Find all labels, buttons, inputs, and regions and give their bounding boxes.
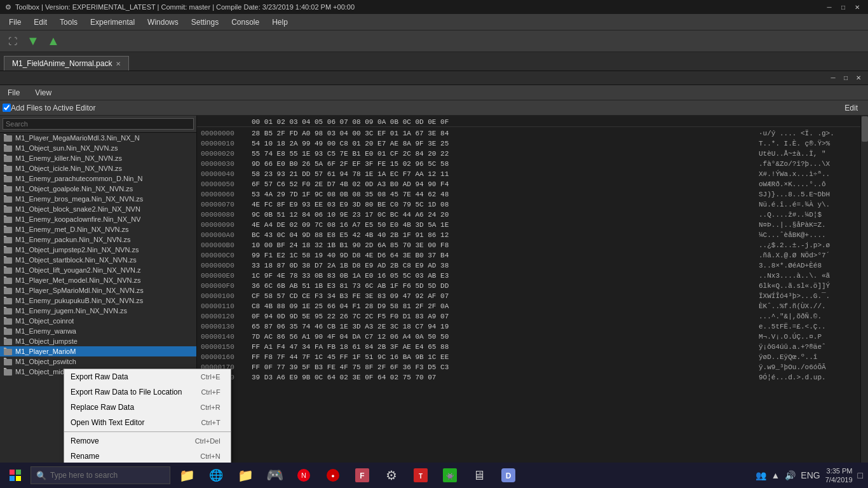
menu-tools[interactable]: Tools bbox=[53, 15, 84, 29]
file-icon bbox=[4, 195, 13, 203]
file-item[interactable]: M1_Object_icicle.Nin_NX_NVN.zs bbox=[0, 163, 196, 173]
taskbar-app-chrome[interactable]: 🌐 bbox=[202, 463, 230, 488]
file-item[interactable]: M1_Object_startblock.Nin_NX_NVN.zs bbox=[0, 255, 196, 265]
svg-rect-44 bbox=[4, 359, 12, 365]
start-button[interactable] bbox=[0, 463, 31, 488]
toolbar-btn-down[interactable]: ▼ bbox=[24, 32, 42, 50]
minimize-button[interactable]: ─ bbox=[824, 1, 835, 13]
menu-help[interactable]: Help bbox=[266, 15, 294, 29]
hex-scrollbar[interactable] bbox=[860, 116, 868, 463]
file-item[interactable]: M1_Player_MarioM bbox=[0, 346, 196, 356]
hex-bytes: CF 58 57 CD CE F3 34 B3 FE 3E 83 09 47 9… bbox=[248, 291, 759, 301]
file-item[interactable]: M1_Object_block_snake2.Nin_NX_NVN bbox=[0, 204, 196, 214]
hex-addr: 000000F0 bbox=[197, 281, 248, 291]
file-item[interactable]: M1_Enemy_met_D.Nin_NX_NVN.zs bbox=[0, 224, 196, 234]
file-item[interactable]: M1_Enemy_koopaclownfire.Nin_NX_NV bbox=[0, 214, 196, 224]
inner-close-button[interactable]: ✕ bbox=[853, 73, 864, 83]
menu-windows[interactable]: Windows bbox=[141, 15, 185, 29]
context-menu-item[interactable]: Open With Text EditorCtrl+T bbox=[64, 415, 231, 430]
context-menu-item[interactable]: RemoveCtrl+Del bbox=[64, 433, 231, 449]
taskbar-search-input[interactable] bbox=[50, 471, 165, 480]
wifi-icon[interactable]: ▲ bbox=[771, 470, 780, 480]
menu-settings[interactable]: Settings bbox=[185, 15, 225, 29]
file-item[interactable]: M1_Object_goalpole.Nin_NX_NVN.zs bbox=[0, 184, 196, 194]
taskbar-app-misc[interactable]: ⚙ bbox=[377, 463, 405, 488]
file-item[interactable]: M1_Player_SpMarioMdl.Nin_NX_NVN.zs bbox=[0, 285, 196, 295]
lang-icon[interactable]: ENG bbox=[801, 470, 820, 480]
file-item[interactable]: M1_Player_Met_model.Nin_NX_NVN.zs bbox=[0, 275, 196, 285]
inner-menu-file[interactable]: File bbox=[3, 87, 25, 98]
menu-experimental[interactable]: Experimental bbox=[84, 15, 141, 29]
hex-bytes: 33 18 87 0D 38 D7 2A 1B D8 E9 AD 2B C8 E… bbox=[248, 261, 759, 271]
file-item[interactable]: M1_Object_sun.Nin_NX_NVN.zs bbox=[0, 143, 196, 153]
file-item[interactable]: M1_Object_lift_yougan2.Nin_NX_NVN.z bbox=[0, 265, 196, 275]
add-files-label[interactable]: Add Files to Active Editor bbox=[11, 104, 95, 112]
hex-addr: 00000000 bbox=[197, 128, 248, 139]
taskbar-app-file[interactable]: 📁 bbox=[231, 463, 259, 488]
scrollbar-thumb[interactable] bbox=[862, 116, 868, 142]
context-menu-item[interactable]: Replace Raw DataCtrl+R bbox=[64, 400, 231, 415]
hex-row: 000000506F 57 C6 52 F0 2E D7 4B 02 0D A3… bbox=[197, 179, 860, 189]
context-menu-item[interactable]: Export Raw Data to File LocationCtrl+F bbox=[64, 384, 231, 400]
taskbar-app-green[interactable]: 👾 bbox=[436, 463, 464, 488]
taskbar-app-screen[interactable]: 🖥 bbox=[465, 463, 493, 488]
svg-rect-40 bbox=[4, 339, 12, 345]
svg-marker-13 bbox=[4, 195, 7, 196]
taskbar-app-game2[interactable]: N bbox=[290, 463, 318, 488]
file-item[interactable]: M1_Enemy_packun.Nin_NX_NVN.zs bbox=[0, 234, 196, 245]
svg-text:D: D bbox=[506, 471, 512, 480]
toolbar-btn-up[interactable]: ▲ bbox=[44, 32, 62, 50]
taskbar-app-toolbox[interactable]: T bbox=[407, 463, 435, 488]
taskbar-app-explorer[interactable]: 📁 bbox=[173, 463, 201, 488]
hex-row: 000000C099 F1 E2 1C 58 19 40 9D D8 4E D6… bbox=[197, 250, 860, 261]
svg-rect-38 bbox=[4, 329, 12, 335]
add-files-checkbox[interactable] bbox=[3, 104, 11, 112]
file-icon bbox=[4, 266, 13, 274]
network-icon[interactable]: 👥 bbox=[756, 470, 766, 480]
svg-marker-31 bbox=[4, 287, 7, 288]
context-menu-item[interactable]: Export Raw DataCtrl+E bbox=[64, 369, 231, 384]
context-menu-item[interactable]: RenameCtrl+N bbox=[64, 449, 231, 464]
maximize-button[interactable]: □ bbox=[837, 1, 849, 13]
context-menu-label: Remove bbox=[71, 437, 99, 445]
file-item[interactable]: M1_Object_coinrot bbox=[0, 316, 196, 326]
file-item[interactable]: M1_Player_MegaMarioMdl.3.Nin_NX_N bbox=[0, 133, 196, 143]
clock[interactable]: 3:35 PM 7/4/2019 bbox=[825, 466, 853, 485]
tab-close-icon[interactable]: ✕ bbox=[116, 60, 121, 67]
close-button[interactable]: ✕ bbox=[851, 1, 863, 13]
menu-edit[interactable]: Edit bbox=[27, 15, 53, 29]
inner-minimize-button[interactable]: ─ bbox=[827, 73, 839, 83]
file-item[interactable]: M1_Enemy_parachutecommon_D.Nin_N bbox=[0, 173, 196, 184]
file-item[interactable]: M1_Enemy_jugem.Nin_NX_NVN.zs bbox=[0, 306, 196, 316]
volume-icon[interactable]: 🔊 bbox=[785, 470, 796, 480]
hex-ascii: N¤Þ..|..§åPàK=Z. bbox=[759, 220, 860, 230]
hex-ascii: ¼C...ˆèåBK@+.... bbox=[759, 230, 860, 240]
search-input[interactable] bbox=[3, 118, 194, 130]
menu-file[interactable]: File bbox=[3, 15, 27, 29]
file-item[interactable]: M1_Enemy_bros_mega.Nin_NX_NVN.zs bbox=[0, 194, 196, 204]
inner-maximize-button[interactable]: □ bbox=[840, 73, 851, 83]
file-item[interactable]: M1_Object_pswitch bbox=[0, 356, 196, 367]
svg-rect-12 bbox=[4, 196, 12, 203]
file-item[interactable]: M1_Enemy_wanwa bbox=[0, 326, 196, 336]
hex-content[interactable]: 00 01 02 03 04 05 06 07 08 09 0A 0B 0C 0… bbox=[197, 116, 860, 463]
taskbar-app-switch[interactable]: 🎮 bbox=[261, 463, 288, 488]
file-item[interactable]: M1_Object_jumpstep2.Nin_NX_NVN.zs bbox=[0, 245, 196, 255]
context-menu-label: Export Raw Data bbox=[71, 372, 128, 381]
notification-icon[interactable]: □ bbox=[858, 470, 863, 480]
toolbar-btn-1[interactable]: ⛶ bbox=[4, 32, 22, 50]
svg-rect-16 bbox=[4, 217, 12, 223]
inner-menu-view[interactable]: View bbox=[30, 87, 57, 98]
svg-rect-0 bbox=[4, 135, 12, 142]
file-item[interactable]: M1_Enemy_pukupukuB.Nin_NX_NVN.zs bbox=[0, 295, 196, 306]
tab-pack[interactable]: M1_FieldAnime_Normal.pack ✕ bbox=[4, 56, 129, 71]
taskbar-app-red[interactable]: ● bbox=[319, 463, 347, 488]
taskbar-app-filezilla[interactable]: F bbox=[348, 463, 376, 488]
taskbar-app-discord[interactable]: D bbox=[494, 463, 522, 488]
file-item[interactable]: M1_Enemy_killer.Nin_NX_NVN.zs bbox=[0, 153, 196, 163]
hex-addr: 00000090 bbox=[197, 220, 248, 230]
file-item[interactable]: M1_Object_jumpste bbox=[0, 336, 196, 346]
context-menu-label: Rename bbox=[71, 452, 99, 461]
taskbar-search[interactable]: 🔍 bbox=[31, 466, 170, 484]
menu-console[interactable]: Console bbox=[225, 15, 266, 29]
